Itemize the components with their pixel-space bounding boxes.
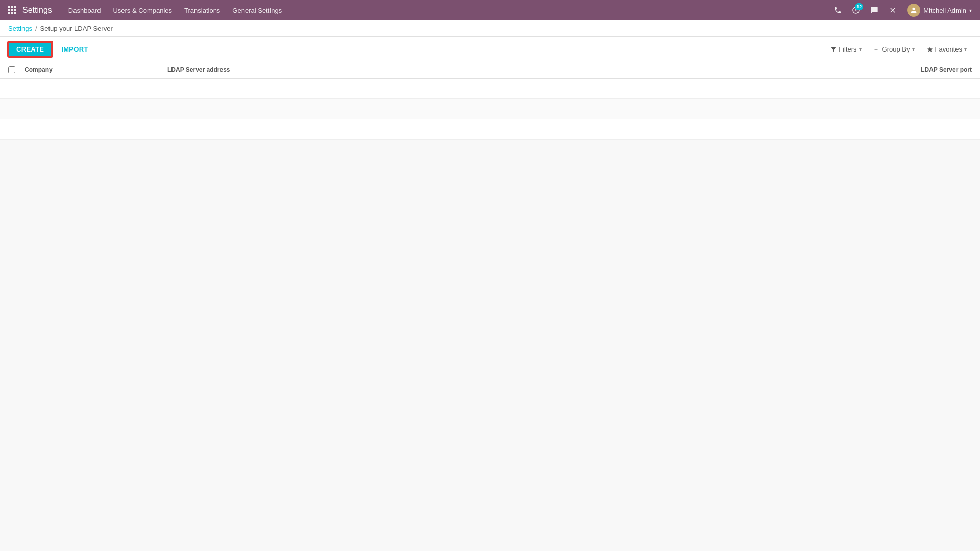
favorites-button[interactable]: Favorites ▾ [922, 43, 972, 55]
table-body [0, 79, 980, 140]
navbar: Settings Dashboard Users & Companies Tra… [0, 0, 980, 20]
svg-rect-3 [8, 9, 10, 11]
breadcrumb: Settings / Setup your LDAP Server [0, 20, 980, 37]
filter-buttons: Filters ▾ Group By ▾ Favorites ▾ [825, 43, 972, 55]
filters-button[interactable]: Filters ▾ [825, 43, 866, 55]
navbar-right-icons: 12 Mitchell Admin ▾ [829, 0, 976, 20]
chat-icon-btn[interactable] [866, 2, 883, 18]
empty-row-3 [0, 119, 980, 140]
nav-users-companies[interactable]: Users & Companies [107, 0, 178, 20]
filters-label: Filters [839, 45, 856, 53]
nav-menu: Dashboard Users & Companies Translations… [62, 0, 829, 20]
favorites-caret: ▾ [964, 46, 967, 52]
close-icon-btn[interactable] [885, 2, 901, 18]
clock-badge: 12 [855, 3, 863, 10]
create-button[interactable]: CREATE [8, 42, 52, 57]
svg-rect-5 [14, 9, 16, 11]
top-section: Settings / Setup your LDAP Server CREATE [0, 20, 980, 62]
empty-row-1 [0, 79, 980, 99]
controls-bar: CREATE IMPORT Filters ▾ Group By ▾ [0, 37, 980, 62]
select-all-checkbox[interactable] [8, 66, 15, 73]
phone-icon-btn[interactable] [829, 2, 846, 18]
svg-rect-6 [8, 12, 10, 14]
user-menu[interactable]: Mitchell Admin ▾ [903, 0, 976, 20]
group-by-caret: ▾ [912, 46, 915, 52]
app-title: Settings [22, 6, 52, 15]
breadcrumb-separator: / [35, 24, 37, 32]
svg-rect-0 [8, 6, 10, 8]
apps-menu-icon[interactable] [4, 2, 20, 18]
nav-dashboard[interactable]: Dashboard [62, 0, 107, 20]
svg-rect-2 [14, 6, 16, 8]
company-col-header: Company [24, 66, 167, 73]
svg-rect-7 [11, 12, 13, 14]
ldap-port-col-header: LDAP Server port [870, 66, 972, 73]
avatar [907, 4, 920, 17]
group-by-label: Group By [882, 45, 910, 53]
clock-icon-btn[interactable]: 12 [848, 2, 864, 18]
table-header: Company LDAP Server address LDAP Server … [0, 62, 980, 79]
favorites-label: Favorites [935, 45, 962, 53]
user-name: Mitchell Admin [923, 7, 966, 14]
breadcrumb-parent-link[interactable]: Settings [8, 24, 32, 32]
nav-translations[interactable]: Translations [178, 0, 226, 20]
breadcrumb-current: Setup your LDAP Server [40, 24, 113, 32]
svg-rect-1 [11, 6, 13, 8]
filters-caret: ▾ [859, 46, 862, 52]
import-button[interactable]: IMPORT [56, 43, 93, 56]
ldap-address-col-header: LDAP Server address [167, 66, 870, 73]
user-dropdown-icon: ▾ [969, 8, 972, 13]
svg-rect-4 [11, 9, 13, 11]
group-by-button[interactable]: Group By ▾ [869, 43, 920, 55]
empty-row-2 [0, 99, 980, 119]
table-area: Company LDAP Server address LDAP Server … [0, 62, 980, 140]
nav-general-settings[interactable]: General Settings [226, 0, 288, 20]
select-all-col [8, 66, 24, 73]
svg-rect-8 [14, 12, 16, 14]
